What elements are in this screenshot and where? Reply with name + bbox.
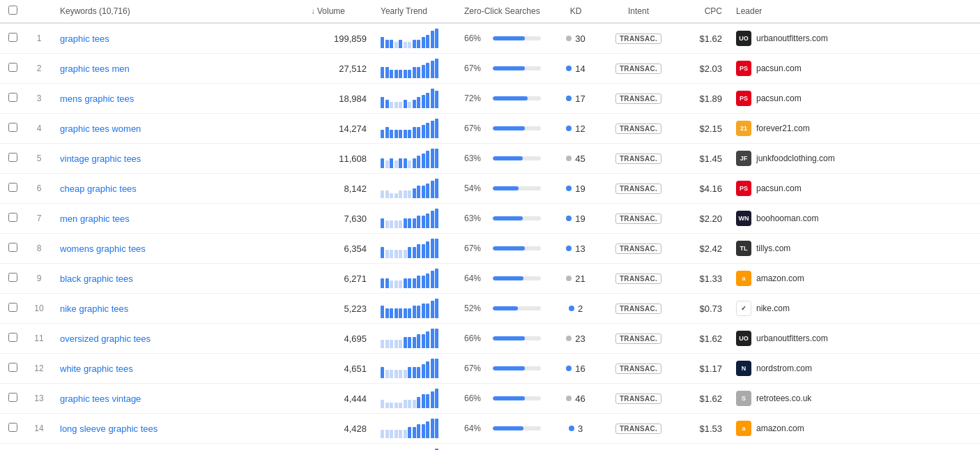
col-keywords-header[interactable]: Keywords (10,716) xyxy=(53,0,304,23)
leader-domain[interactable]: nike.com xyxy=(756,303,790,313)
leader-domain[interactable]: amazon.com xyxy=(756,273,804,283)
row-number: 13 xyxy=(25,384,53,414)
row-number: 11 xyxy=(25,324,53,354)
row-checkbox[interactable] xyxy=(8,393,17,402)
row-checkbox[interactable] xyxy=(8,183,17,192)
leader-cell: PSpacsun.com xyxy=(729,174,980,204)
leader-domain[interactable]: forever21.com xyxy=(756,123,810,133)
leader-domain[interactable]: urbanoutfitters.com xyxy=(756,333,828,343)
row-checkbox[interactable] xyxy=(8,153,17,162)
keyword-link[interactable]: cheap graphic tees xyxy=(60,183,137,194)
select-all-header[interactable] xyxy=(0,0,25,23)
zcs-percent: 54% xyxy=(464,183,489,193)
table-row: 12white graphic tees4,65167%16TRANSAC.$1… xyxy=(0,354,980,384)
cpc-cell: $1.62 xyxy=(673,384,729,414)
leader-logo: PS xyxy=(736,61,751,76)
zcs-percent: 67% xyxy=(464,63,489,73)
volume-cell: 4,695 xyxy=(304,324,374,354)
row-checkbox[interactable] xyxy=(8,423,17,432)
kd-dot xyxy=(566,66,572,71)
volume-cell: 27,512 xyxy=(304,54,374,84)
leader-domain[interactable]: amazon.com xyxy=(756,423,804,433)
leader-domain[interactable]: pacsun.com xyxy=(756,183,802,193)
cpc-cell: $0.73 xyxy=(673,294,729,324)
row-checkbox[interactable] xyxy=(8,63,17,72)
row-checkbox[interactable] xyxy=(8,33,17,42)
kd-dot xyxy=(566,186,572,191)
row-checkbox[interactable] xyxy=(8,273,17,282)
keyword-link[interactable]: white graphic tees xyxy=(60,363,133,374)
keyword-link[interactable]: graphic tees vintage xyxy=(60,393,141,404)
row-checkbox-cell xyxy=(0,174,25,204)
leader-cell: aamazon.com xyxy=(729,264,980,294)
zcs-percent: 63% xyxy=(464,213,489,223)
kd-cell: 46 xyxy=(548,384,604,414)
keyword-cell: graphic tees vintage xyxy=(53,384,304,414)
kd-cell: 24 xyxy=(548,444,604,451)
row-checkbox[interactable] xyxy=(8,333,17,342)
intent-badge: TRANSAC. xyxy=(615,213,661,224)
col-zcs-header[interactable]: Zero-Click Searches xyxy=(457,0,548,23)
intent-badge: TRANSAC. xyxy=(615,333,661,344)
leader-domain[interactable]: tillys.com xyxy=(756,243,790,253)
leader-domain[interactable]: pacsun.com xyxy=(756,93,802,103)
col-leader-header[interactable]: Leader xyxy=(729,0,980,23)
leader-logo: JF xyxy=(736,151,751,166)
leader-domain[interactable]: urbanoutfitters.com xyxy=(756,33,828,43)
leader-domain[interactable]: pacsun.com xyxy=(756,63,802,73)
keyword-link[interactable]: vintage graphic tees xyxy=(60,153,141,164)
kd-dot xyxy=(566,216,572,221)
keyword-link[interactable]: mens graphic tees xyxy=(60,93,134,104)
keyword-link[interactable]: black graphic tees xyxy=(60,273,133,284)
kd-value: 14 xyxy=(575,63,585,74)
keyword-link[interactable]: long sleeve graphic tees xyxy=(60,423,158,434)
leader-domain[interactable]: junkfoodclothing.com xyxy=(756,153,835,163)
row-checkbox[interactable] xyxy=(8,93,17,102)
leader-cell: WNboohooman.com xyxy=(729,204,980,234)
leader-domain[interactable]: nordstrom.com xyxy=(756,363,812,373)
col-cpc-header[interactable]: CPC xyxy=(673,0,729,23)
row-number: 5 xyxy=(25,144,53,174)
zcs-percent: 67% xyxy=(464,363,489,373)
keyword-link[interactable]: men graphic tees xyxy=(60,213,130,224)
leader-domain[interactable]: retrotees.co.uk xyxy=(756,393,811,403)
row-checkbox-cell xyxy=(0,384,25,414)
kd-cell: 14 xyxy=(548,54,604,84)
keyword-link[interactable]: nike graphic tees xyxy=(60,303,128,314)
row-checkbox[interactable] xyxy=(8,213,17,222)
table-row: 14long sleeve graphic tees4,42864%3TRANS… xyxy=(0,414,980,444)
intent-badge: TRANSAC. xyxy=(615,243,661,254)
leader-logo: PS xyxy=(736,91,751,106)
keyword-link[interactable]: graphic tees xyxy=(60,33,109,44)
kd-dot xyxy=(566,336,572,341)
col-kd-header[interactable]: KD xyxy=(548,0,604,23)
kd-cell: 2 xyxy=(548,294,604,324)
leader-logo: a xyxy=(736,421,751,436)
kd-value: 12 xyxy=(575,123,585,134)
row-checkbox-cell xyxy=(0,204,25,234)
keyword-cell: nike graphic tees xyxy=(53,294,304,324)
keyword-link[interactable]: graphic tees women xyxy=(60,123,141,134)
volume-cell: 14,274 xyxy=(304,114,374,144)
row-number: 8 xyxy=(25,234,53,264)
intent-badge: TRANSAC. xyxy=(615,123,661,134)
col-intent-header[interactable]: Intent xyxy=(604,0,673,23)
kd-value: 2 xyxy=(578,303,583,314)
row-checkbox[interactable] xyxy=(8,243,17,252)
col-trend-header[interactable]: Yearly Trend xyxy=(374,0,457,23)
row-checkbox[interactable] xyxy=(8,303,17,312)
volume-cell: 11,608 xyxy=(304,144,374,174)
select-all-checkbox[interactable] xyxy=(8,6,17,15)
keyword-link[interactable]: graphic tees men xyxy=(60,63,130,74)
trend-cell xyxy=(374,54,457,84)
row-checkbox[interactable] xyxy=(8,363,17,372)
col-volume-header[interactable]: ↓ Volume xyxy=(304,0,374,23)
kd-cell: 19 xyxy=(548,174,604,204)
intent-badge: TRANSAC. xyxy=(615,33,661,44)
row-checkbox[interactable] xyxy=(8,123,17,132)
kd-dot xyxy=(566,96,572,101)
intent-cell: TRANSAC. xyxy=(604,444,673,451)
keyword-link[interactable]: womens graphic tees xyxy=(60,243,146,254)
keyword-link[interactable]: oversized graphic tees xyxy=(60,333,151,344)
leader-domain[interactable]: boohooman.com xyxy=(756,213,818,223)
